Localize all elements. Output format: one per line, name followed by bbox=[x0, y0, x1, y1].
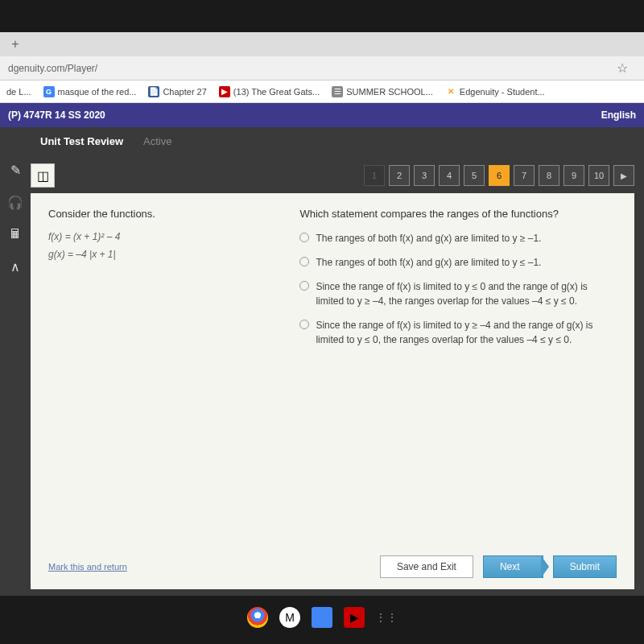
next-button[interactable]: Next bbox=[483, 555, 543, 578]
bookmark-label: Edgenuity - Student... bbox=[460, 87, 545, 97]
bookmark-item[interactable]: ☰ SUMMER SCHOOL... bbox=[332, 86, 433, 97]
calculator-icon[interactable]: 🖩 bbox=[6, 225, 24, 243]
tab-strip: + bbox=[0, 32, 644, 56]
bookmark-label: de L... bbox=[6, 87, 31, 97]
list-icon: ☰ bbox=[332, 86, 343, 97]
bookmark-item[interactable]: G masque of the red... bbox=[43, 86, 137, 97]
address-bar[interactable]: dgenuity.com/Player/ ☆ bbox=[0, 56, 644, 80]
option-text: Since the range of f(x) is limited to y … bbox=[316, 318, 617, 347]
youtube-icon: ▶ bbox=[219, 86, 230, 97]
mark-return-link[interactable]: Mark this and return bbox=[48, 562, 127, 572]
submit-button[interactable]: Submit bbox=[553, 555, 617, 578]
question-nav-10[interactable]: 10 bbox=[588, 165, 609, 186]
bookmark-item[interactable]: ✕ Edgenuity - Student... bbox=[445, 86, 545, 97]
question-nav-5[interactable]: 5 bbox=[464, 165, 485, 186]
bookmark-label: masque of the red... bbox=[58, 87, 137, 97]
option-text: Since the range of f(x) is limited to y … bbox=[316, 279, 617, 308]
course-code: (P) 4747R 14 SS 2020 bbox=[8, 109, 105, 121]
question-panel: Consider the functions. f(x) = (x + 1)² … bbox=[31, 193, 634, 589]
monitor-frame: + dgenuity.com/Player/ ☆ de L... G masqu… bbox=[0, 32, 644, 596]
prompt-head: Consider the functions. bbox=[48, 208, 275, 220]
radio-icon[interactable] bbox=[299, 233, 309, 242]
title-bar: Unit Test Review Active bbox=[0, 127, 644, 155]
url-text: dgenuity.com/Player/ bbox=[8, 63, 617, 74]
question-text: Which statement compares the ranges of t… bbox=[299, 208, 617, 220]
content-row: ✎ 🎧 🖩 ∧ ◫ 1 2 3 4 5 6 7 8 9 10 ▶ bbox=[0, 155, 644, 596]
nav-next-icon[interactable]: ▶ bbox=[613, 165, 634, 186]
answer-option[interactable]: Since the range of f(x) is limited to y … bbox=[299, 318, 617, 347]
button-group: Save and Exit Next Submit bbox=[380, 555, 617, 578]
answer-option[interactable]: The ranges of both f(x) and g(x) are lim… bbox=[299, 255, 617, 270]
bookmarks-bar: de L... G masque of the red... 📄 Chapter… bbox=[0, 80, 644, 103]
bookmark-label: SUMMER SCHOOL... bbox=[346, 87, 433, 97]
question-nav: 1 2 3 4 5 6 7 8 9 10 ▶ bbox=[364, 165, 634, 186]
main-area: ◫ 1 2 3 4 5 6 7 8 9 10 ▶ Consider the bbox=[31, 155, 644, 596]
footer-row: Mark this and return Save and Exit Next … bbox=[48, 555, 617, 578]
google-icon: G bbox=[43, 86, 55, 97]
radio-icon[interactable] bbox=[299, 281, 309, 291]
save-exit-button[interactable]: Save and Exit bbox=[380, 555, 473, 578]
question-nav-8[interactable]: 8 bbox=[539, 165, 559, 186]
headphones-icon[interactable]: 🎧 bbox=[6, 193, 24, 211]
pencil-icon[interactable]: ✎ bbox=[6, 161, 24, 179]
question-nav-7[interactable]: 7 bbox=[514, 165, 535, 186]
taskbar: M ▶ ⋮⋮ bbox=[247, 607, 397, 628]
answer-option[interactable]: The ranges of both f(x) and g(x) are lim… bbox=[299, 231, 617, 246]
question-nav-6[interactable]: 6 bbox=[489, 165, 510, 186]
question-nav-1[interactable]: 1 bbox=[364, 165, 385, 186]
question-nav-4[interactable]: 4 bbox=[439, 165, 460, 186]
question-left-col: Consider the functions. f(x) = (x + 1)² … bbox=[48, 208, 275, 575]
caret-up-icon[interactable]: ∧ bbox=[6, 258, 24, 275]
gmail-icon[interactable]: M bbox=[279, 607, 300, 628]
option-text: The ranges of both f(x) and g(x) are lim… bbox=[316, 231, 541, 246]
question-nav-3[interactable]: 3 bbox=[414, 165, 435, 186]
bookmark-item[interactable]: 📄 Chapter 27 bbox=[148, 86, 206, 97]
option-text: The ranges of both f(x) and g(x) are lim… bbox=[316, 255, 541, 270]
formula-f: f(x) = (x + 1)² – 4 bbox=[48, 231, 275, 242]
course-header: (P) 4747R 14 SS 2020 English bbox=[0, 103, 644, 127]
language-label: English bbox=[601, 109, 636, 121]
youtube-app-icon[interactable]: ▶ bbox=[344, 607, 365, 628]
new-tab-button[interactable]: + bbox=[4, 35, 27, 54]
question-nav-2[interactable]: 2 bbox=[389, 165, 410, 186]
docs-icon[interactable] bbox=[312, 607, 332, 628]
edgenuity-icon: ✕ bbox=[445, 86, 456, 97]
bookmark-item[interactable]: ▶ (13) The Great Gats... bbox=[219, 86, 320, 97]
bookmark-star-icon[interactable]: ☆ bbox=[617, 60, 628, 76]
radio-icon[interactable] bbox=[299, 257, 309, 266]
loading-icon[interactable]: ⋮⋮ bbox=[376, 607, 397, 628]
answer-option[interactable]: Since the range of f(x) is limited to y … bbox=[299, 279, 617, 308]
toolbar-row: ◫ 1 2 3 4 5 6 7 8 9 10 ▶ bbox=[31, 161, 634, 190]
bookmark-item[interactable]: de L... bbox=[6, 87, 31, 97]
page-title: Unit Test Review bbox=[40, 135, 123, 147]
question-right-col: Which statement compares the ranges of t… bbox=[299, 208, 617, 575]
bookmark-label: (13) The Great Gats... bbox=[233, 87, 320, 97]
radio-icon[interactable] bbox=[299, 320, 309, 329]
formula-g: g(x) = –4 |x + 1| bbox=[48, 249, 275, 260]
question-nav-9[interactable]: 9 bbox=[564, 165, 584, 186]
chrome-icon[interactable] bbox=[247, 607, 268, 628]
status-label: Active bbox=[143, 135, 171, 147]
doc-icon: 📄 bbox=[148, 86, 159, 97]
bookmark-label: Chapter 27 bbox=[163, 87, 206, 97]
left-toolbar: ✎ 🎧 🖩 ∧ bbox=[0, 155, 31, 596]
highlighter-button[interactable]: ◫ bbox=[31, 163, 55, 188]
